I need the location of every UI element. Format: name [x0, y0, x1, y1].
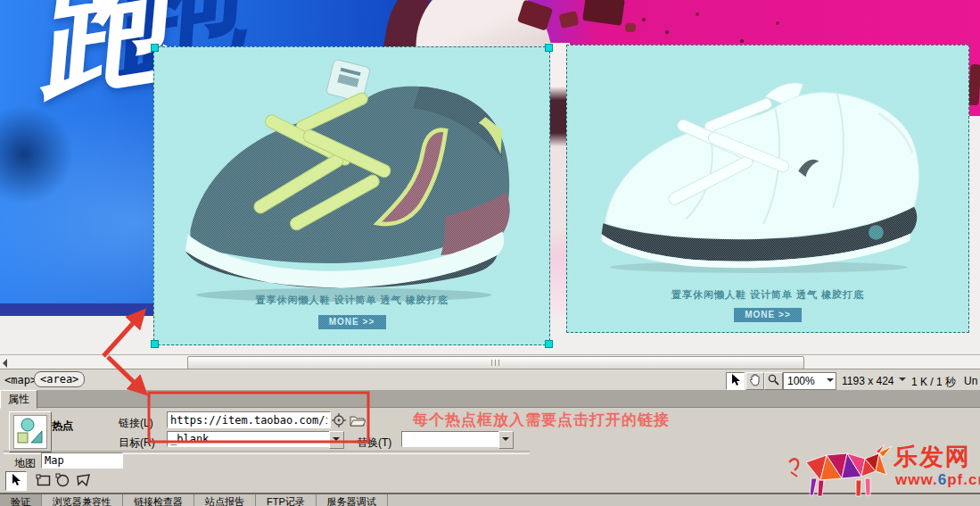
pointer-hotspot-tool[interactable] [5, 471, 27, 491]
results-tab-server-debug[interactable]: 服务器调试 [317, 494, 388, 506]
browse-folder-icon[interactable] [350, 414, 366, 427]
product-caption: 置享休闲懒人鞋 设计简单 透气 橡胶打底 [567, 288, 968, 302]
dreamweaver-window: 跑 跑 [0, 0, 980, 506]
zoom-level-input[interactable] [786, 374, 823, 388]
hotspot-thumbnail-button[interactable] [9, 411, 52, 452]
target-dropdown-arrow[interactable] [329, 431, 344, 449]
selection-handle-bottom-right[interactable] [545, 340, 553, 348]
point-to-file-icon[interactable] [332, 413, 346, 427]
left-shoe-image [167, 53, 538, 306]
target-select[interactable] [167, 431, 331, 447]
image-map-hotspot-right[interactable]: 置享休闲懒人鞋 设计简单 透气 橡胶打底 MONE >> [566, 45, 969, 333]
results-tab-ftp-log[interactable]: FTP记录 [256, 494, 317, 506]
hotspot-shapes-icon [14, 416, 45, 446]
debris-rock [968, 64, 980, 106]
results-tab-link-checker[interactable]: 链接检查器 [123, 494, 194, 506]
file-size-time-label: 1 K / 1 秒 [911, 375, 956, 390]
tag-selector-area[interactable]: <area> [34, 371, 85, 387]
debris-specks [642, 18, 646, 21]
select-tool-button[interactable] [726, 372, 745, 390]
status-bar: <map> <area> 1193 x 424 1 K / 1 秒 Un [0, 369, 980, 391]
selection-handle-top-left[interactable] [151, 44, 159, 52]
banner-right-edge [968, 116, 980, 316]
logo-url-www: www. [895, 471, 938, 488]
horizontal-scrollbar[interactable] [0, 354, 980, 369]
target-label: 目标(R) [119, 435, 155, 451]
chevron-down-icon[interactable] [827, 378, 834, 386]
scrollbar-grip [491, 360, 500, 366]
map-label: 地图 [14, 456, 36, 471]
alt-label: 替换(T) [357, 435, 391, 451]
results-tab-site-reports[interactable]: 站点报告 [194, 494, 256, 506]
document-size-label[interactable]: 1193 x 424 [842, 375, 894, 387]
scrollbar-thumb[interactable] [187, 356, 804, 369]
tag-selector-map[interactable]: <map> [4, 374, 37, 386]
results-tab-browser-compat[interactable]: 浏览器兼容性 [42, 494, 123, 506]
logo-url-six: 6 [938, 471, 947, 488]
results-tab-validation[interactable]: 验证 [0, 494, 42, 506]
selection-handle-bottom-left[interactable] [151, 340, 159, 348]
bull-logo-icon [786, 444, 894, 500]
hand-tool-button[interactable] [745, 372, 764, 390]
scrollbar-left-arrow[interactable] [1, 357, 12, 368]
selection-handle-top-right[interactable] [545, 44, 553, 52]
logo-url-rest: pf.cn [947, 471, 980, 488]
oval-hotspot-tool[interactable] [55, 473, 70, 488]
cursor-arrow-icon [11, 474, 21, 486]
cursor-arrow-icon [730, 374, 741, 386]
alt-dropdown-arrow[interactable] [498, 431, 514, 449]
rectangle-hotspot-tool[interactable] [36, 474, 52, 487]
product-caption: 置享休闲懒人鞋 设计简单 透气 橡胶打底 [154, 294, 549, 307]
more-button[interactable]: MONE >> [734, 308, 802, 322]
debris-rock [582, 0, 625, 26]
map-name-input[interactable] [41, 452, 123, 469]
zoom-tool-button[interactable] [764, 372, 783, 390]
right-shoe-image [585, 58, 949, 281]
logo-site-name: 乐发网 [894, 441, 971, 473]
alt-select[interactable] [401, 431, 502, 447]
polygon-hotspot-tool[interactable] [75, 473, 92, 488]
hand-icon [749, 374, 761, 386]
hotspot-label: 热点 [52, 419, 73, 434]
annotation-text: 每个热点框放入需要点击打开的链接 [413, 410, 670, 430]
zoom-level-combo[interactable] [783, 372, 836, 390]
properties-tab[interactable]: 属性 [0, 390, 37, 409]
watermark-logo: 乐发网 www.6pf.cn [786, 444, 977, 500]
debris-rock [625, 23, 636, 32]
image-map-hotspot-left[interactable]: 置享休闲懒人鞋 设计简单 透气 橡胶打底 MONE >> [153, 46, 550, 345]
encoding-label: Un [964, 375, 977, 387]
logo-url: www.6pf.cn [895, 471, 980, 489]
panel-tab-strip: 属性 [0, 390, 980, 408]
size-dropdown-arrow-icon[interactable] [899, 377, 906, 385]
debris-rock [559, 11, 580, 29]
more-button[interactable]: MONE >> [318, 315, 386, 329]
link-label: 链接(L) [119, 416, 153, 431]
link-input[interactable] [167, 411, 331, 428]
magnifier-icon [768, 374, 779, 386]
